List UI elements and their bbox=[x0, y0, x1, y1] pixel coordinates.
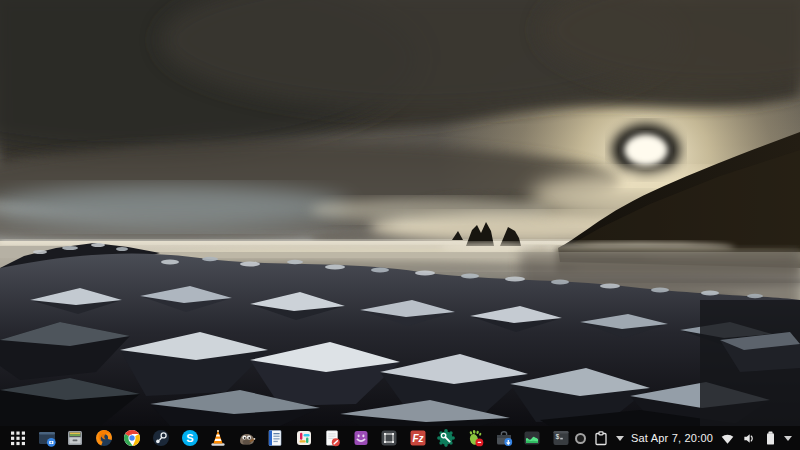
launcher-filezilla[interactable]: Fz bbox=[407, 426, 430, 450]
status-ring-indicator[interactable] bbox=[575, 433, 586, 444]
clock[interactable]: Sat Apr 7, 20:00 bbox=[631, 432, 713, 444]
system-monitor-icon bbox=[522, 428, 542, 448]
wallpaper-image bbox=[0, 0, 800, 426]
screenshot-icon bbox=[37, 428, 57, 448]
edit-document-icon bbox=[322, 428, 342, 448]
filezilla-letters: Fz bbox=[412, 433, 423, 444]
launcher-sysmon[interactable] bbox=[521, 426, 544, 450]
system-menu-caret[interactable] bbox=[784, 436, 792, 441]
system-tray: Sat Apr 7, 20:00 bbox=[575, 429, 796, 447]
skype-icon: S bbox=[180, 428, 200, 448]
firefox-icon bbox=[94, 428, 114, 448]
launcher-files[interactable] bbox=[64, 426, 87, 450]
desktop: S bbox=[0, 0, 800, 450]
smiley-face-icon bbox=[351, 428, 371, 448]
launcher-slack[interactable] bbox=[292, 426, 315, 450]
vlc-cone-icon bbox=[208, 428, 228, 448]
gnome-foot-icon bbox=[465, 428, 485, 448]
filezilla-icon: Fz bbox=[408, 428, 428, 448]
wifi-icon[interactable] bbox=[720, 431, 735, 446]
launcher-gnome[interactable] bbox=[464, 426, 487, 450]
launcher-steam[interactable] bbox=[150, 426, 173, 450]
battery-full-icon[interactable] bbox=[764, 430, 777, 446]
apps-grid-icon bbox=[8, 428, 28, 448]
skype-letter: S bbox=[186, 432, 193, 444]
taskbar: S bbox=[0, 426, 800, 450]
launcher-tools[interactable] bbox=[435, 426, 458, 450]
steam-icon bbox=[151, 428, 171, 448]
briefcase-download-icon bbox=[494, 428, 514, 448]
volume-icon[interactable] bbox=[742, 431, 757, 446]
clipboard-dropdown-caret[interactable] bbox=[616, 436, 624, 441]
chrome-icon bbox=[122, 428, 142, 448]
launcher-writer[interactable] bbox=[264, 426, 287, 450]
slack-icon bbox=[294, 428, 314, 448]
file-cabinet-icon bbox=[65, 428, 85, 448]
launcher-chrome[interactable] bbox=[121, 426, 144, 450]
launcher-texteditor[interactable] bbox=[321, 426, 344, 450]
show-applications-button[interactable] bbox=[7, 426, 30, 450]
launcher-firefox[interactable] bbox=[93, 426, 116, 450]
launcher-terminal[interactable]: $ bbox=[549, 426, 572, 450]
clipboard-indicator-icon[interactable] bbox=[593, 429, 609, 447]
gear-wrench-icon bbox=[436, 428, 456, 448]
launcher-screenshot[interactable] bbox=[36, 426, 59, 450]
terminal-prompt: $ bbox=[555, 434, 559, 441]
terminal-icon: $ bbox=[551, 428, 571, 448]
launcher-skype[interactable]: S bbox=[178, 426, 201, 450]
launcher-vlc[interactable] bbox=[207, 426, 230, 450]
launcher-peek[interactable] bbox=[378, 426, 401, 450]
launcher-characters[interactable] bbox=[350, 426, 373, 450]
gimp-wilber-icon bbox=[237, 428, 257, 448]
launcher-gimp[interactable] bbox=[235, 426, 258, 450]
writer-document-icon bbox=[265, 428, 285, 448]
launcher-installer[interactable] bbox=[492, 426, 515, 450]
selection-frame-icon bbox=[379, 428, 399, 448]
